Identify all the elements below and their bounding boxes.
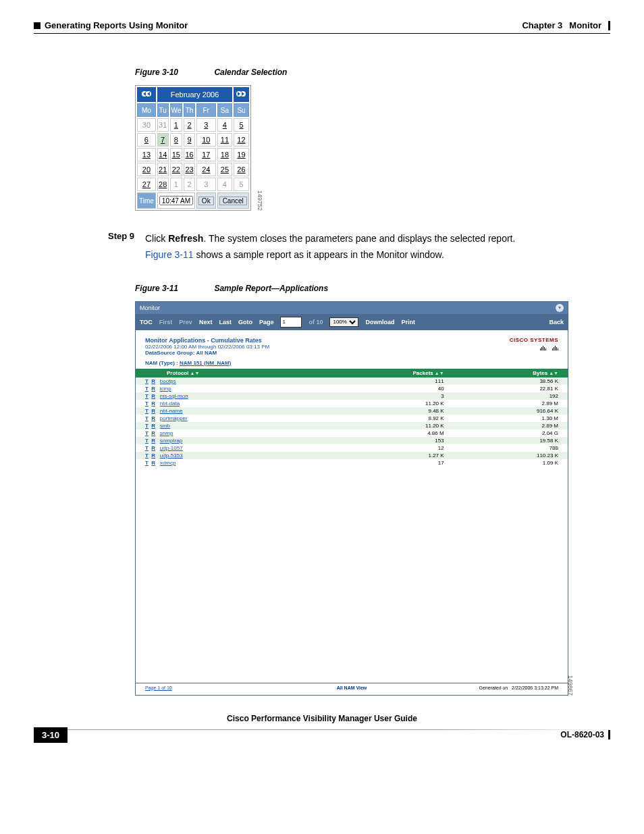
calendar-day[interactable]: 27 [137,178,156,191]
nam-link[interactable]: NAM 151 (NM_NAM) [180,360,231,366]
row-r-flag[interactable]: R [151,430,155,436]
calendar-day[interactable]: 18 [217,148,233,161]
row-r-flag[interactable]: R [151,408,155,414]
protocol-link[interactable]: xdmcp [160,460,176,466]
calendar-day[interactable]: 3 [196,178,216,191]
calendar-day[interactable]: 15 [170,148,183,161]
row-r-flag[interactable]: R [151,400,155,407]
calendar-day[interactable]: 10 [196,133,216,147]
row-r-flag[interactable]: R [151,393,155,399]
row-t-flag[interactable]: T [145,378,149,384]
protocol-link[interactable]: portmapper [160,415,188,421]
calendar-day[interactable]: 2 [184,118,195,132]
protocol-link[interactable]: nbt-name [160,408,183,414]
report-page-indicator[interactable]: Page 1 of 10 [145,685,172,690]
figure-3-11-link[interactable]: Figure 3-11 [145,249,194,260]
row-t-flag[interactable]: T [145,460,149,466]
calendar-day[interactable]: 4 [217,178,233,191]
calendar-day[interactable]: 7 [157,133,169,147]
row-r-flag[interactable]: R [151,438,155,444]
protocol-link[interactable]: snmp [160,430,173,436]
calendar-day[interactable]: 16 [184,148,195,161]
row-t-flag[interactable]: T [145,415,149,421]
calendar-day[interactable]: 17 [196,148,216,161]
calendar-time-input[interactable] [159,196,193,205]
nav-download[interactable]: Download [365,319,394,325]
nav-goto[interactable]: Goto [238,319,252,325]
col-bytes[interactable]: Bytes [533,370,547,376]
col-packets[interactable]: Packets [413,370,433,376]
calendar-day[interactable]: 25 [217,163,233,176]
row-t-flag[interactable]: T [145,408,149,414]
row-r-flag[interactable]: R [151,460,155,466]
calendar-day[interactable]: 2 [184,178,195,191]
calendar-day[interactable]: 3 [196,118,216,132]
row-t-flag[interactable]: T [145,438,149,444]
row-t-flag[interactable]: T [145,445,149,451]
calendar-day[interactable]: 1 [170,118,183,132]
row-t-flag[interactable]: T [145,452,149,459]
col-protocol[interactable]: Protocol [167,370,188,376]
calendar-day[interactable]: 21 [157,163,169,176]
row-t-flag[interactable]: T [145,400,149,407]
protocol-link[interactable]: bootps [160,378,176,384]
calendar-day[interactable]: 14 [157,148,169,161]
nav-print[interactable]: Print [401,319,415,325]
calendar-day[interactable]: 26 [234,163,249,176]
calendar-day[interactable]: 28 [157,178,169,191]
calendar-day[interactable]: 5 [234,118,249,132]
protocol-link[interactable]: snmptrap [160,438,182,444]
calendar-day[interactable]: 24 [196,163,216,176]
calendar-day[interactable]: 6 [137,133,156,147]
protocol-link[interactable]: icmp [160,386,171,392]
calendar-cancel-button[interactable]: Cancel [217,192,249,209]
calendar-day[interactable]: 23 [184,163,195,176]
row-t-flag[interactable]: T [145,423,149,429]
row-r-flag[interactable]: R [151,445,155,451]
row-r-flag[interactable]: R [151,423,155,429]
row-r-flag[interactable]: R [151,386,155,392]
nav-page-input[interactable] [280,317,302,328]
calendar-day[interactable]: 13 [137,148,156,161]
nav-first[interactable]: First [159,319,173,325]
row-r-flag[interactable]: R [151,452,155,459]
protocol-link[interactable]: ms-sql-mon [160,393,188,399]
row-t-flag[interactable]: T [145,393,149,399]
calendar-day[interactable]: 8 [170,133,183,147]
cal-next-year-icon[interactable] [234,87,249,102]
calendar-day[interactable]: 19 [234,148,249,161]
nav-next[interactable]: Next [199,319,213,325]
calendar-day[interactable]: 12 [234,133,249,147]
protocol-link[interactable]: udp-5353 [160,452,183,459]
sort-icon[interactable]: ▲▼ [435,371,444,375]
collapse-icon[interactable]: ▾ [556,304,564,312]
nav-toc[interactable]: TOC [140,319,153,325]
table-row: T R nbt-data11.20 K2.89 M [136,400,568,407]
row-r-flag[interactable]: R [151,378,155,384]
calendar-day[interactable]: 11 [217,133,233,147]
calendar-day[interactable]: 20 [137,163,156,176]
nav-zoom-select[interactable]: 100% [329,317,358,327]
cal-prev-year-icon[interactable] [137,87,156,102]
row-t-flag[interactable]: T [145,386,149,392]
sort-icon[interactable]: ▲▼ [549,371,558,375]
calendar-dow: Th [184,103,195,117]
protocol-link[interactable]: smb [160,423,170,429]
packets-value: 153 [324,437,453,444]
calendar-day[interactable]: 9 [184,133,195,147]
calendar-day[interactable]: 30 [137,118,156,132]
protocol-link[interactable]: udp-1057 [160,445,183,451]
row-t-flag[interactable]: T [145,430,149,436]
nav-back[interactable]: Back [549,319,564,325]
calendar-day[interactable]: 5 [234,178,249,191]
calendar-ok-button[interactable]: Ok [196,192,216,209]
protocol-link[interactable]: nbt-data [160,400,180,407]
sort-icon[interactable]: ▲▼ [190,371,199,375]
calendar-day[interactable]: 4 [217,118,233,132]
nav-prev[interactable]: Prev [179,319,192,325]
nav-last[interactable]: Last [219,319,232,325]
calendar-day[interactable]: 22 [170,163,183,176]
calendar-day[interactable]: 1 [170,178,183,191]
row-r-flag[interactable]: R [151,415,155,421]
calendar-day[interactable]: 31 [157,118,169,132]
